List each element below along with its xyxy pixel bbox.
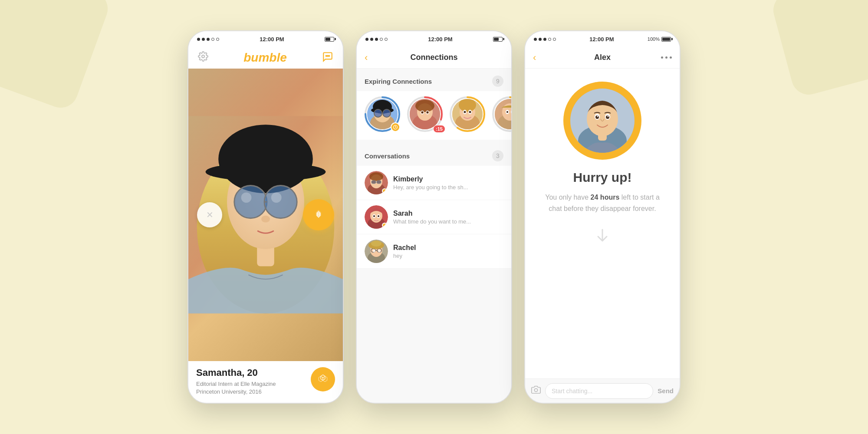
phone-chat: 12:00 PM 100% ‹ Alex bbox=[524, 30, 681, 404]
online-indicator-sarah bbox=[382, 223, 387, 228]
svg-point-14 bbox=[271, 192, 282, 203]
expiring-avatar-1[interactable] bbox=[364, 95, 401, 133]
settings-icon[interactable] bbox=[198, 51, 208, 64]
signal-dot-1 bbox=[197, 38, 200, 41]
phones-container: 12:00 PM bumble bbox=[187, 30, 681, 404]
svg-point-98 bbox=[608, 116, 609, 117]
expiring-avatar-2[interactable]: :15 bbox=[406, 95, 444, 133]
dislike-button[interactable]: ✕ bbox=[197, 202, 222, 227]
bee-badge[interactable] bbox=[311, 367, 335, 391]
svg-point-1 bbox=[326, 56, 327, 56]
expiring-section-header: Expiring Connections 9 bbox=[357, 69, 511, 91]
back-button-3[interactable]: ‹ bbox=[533, 52, 536, 63]
rachel-name: Rachel bbox=[393, 244, 503, 252]
svg-point-24 bbox=[322, 377, 323, 378]
hurry-description: You only have 24 hours left to start a c… bbox=[542, 192, 663, 214]
connections-content: Expiring Connections 9 bbox=[357, 69, 511, 403]
svg-point-15 bbox=[261, 216, 270, 223]
chat-input-field[interactable]: Start chatting... bbox=[545, 383, 653, 399]
timer-icon-1 bbox=[391, 122, 400, 132]
svg-point-10 bbox=[234, 186, 267, 218]
connections-title: Connections bbox=[410, 53, 457, 62]
chat-placeholder: Start chatting... bbox=[552, 388, 592, 395]
svg-point-45 bbox=[427, 112, 429, 114]
svg-point-3 bbox=[329, 56, 329, 56]
conversations-header: Conversations 3 bbox=[357, 143, 511, 166]
expiring-label: Expiring Connections bbox=[365, 78, 432, 85]
match-avatar bbox=[570, 89, 635, 153]
conversation-sarah[interactable]: Sarah What time do you want to me... bbox=[357, 200, 511, 234]
phone1-navbar: bumble bbox=[188, 47, 343, 69]
hurry-desc-prefix: You only have bbox=[545, 194, 590, 201]
svg-point-88 bbox=[378, 250, 381, 253]
more-options-button[interactable] bbox=[661, 56, 672, 59]
send-button[interactable]: Send bbox=[658, 387, 674, 395]
svg-point-11 bbox=[264, 186, 297, 218]
phone-profile: 12:00 PM bumble bbox=[187, 30, 344, 404]
camera-icon[interactable] bbox=[531, 385, 541, 397]
status-bar-1: 12:00 PM bbox=[188, 31, 343, 47]
signal-dot-2 bbox=[202, 38, 205, 41]
svg-point-19 bbox=[317, 213, 320, 216]
hurry-title: Hurry up! bbox=[573, 170, 632, 185]
svg-rect-70 bbox=[377, 181, 381, 184]
connections-navbar: ‹ Connections bbox=[357, 47, 511, 69]
battery-icon-3 bbox=[661, 37, 671, 42]
svg-point-9 bbox=[206, 162, 326, 181]
svg-rect-69 bbox=[372, 181, 376, 184]
status-bar-3: 12:00 PM 100% bbox=[525, 31, 680, 47]
back-button-2[interactable]: ‹ bbox=[365, 52, 368, 63]
signal-dot-5 bbox=[216, 38, 219, 41]
battery-icon-2 bbox=[493, 37, 503, 42]
conversations-count: 3 bbox=[492, 150, 503, 161]
kimberly-name: Kimberly bbox=[393, 175, 503, 183]
sarah-preview: What time do you want to me... bbox=[393, 218, 503, 225]
svg-point-87 bbox=[373, 250, 375, 253]
conversation-rachel[interactable]: Rachel hey bbox=[357, 234, 511, 269]
battery-percent-3: 100% bbox=[648, 36, 660, 42]
svg-point-13 bbox=[241, 192, 252, 203]
profile-image-area: ✕ bbox=[188, 69, 343, 361]
svg-point-63 bbox=[506, 111, 508, 113]
svg-point-77 bbox=[373, 215, 375, 217]
honeycomb-icon bbox=[316, 372, 330, 386]
online-indicator-kimberly bbox=[382, 188, 387, 194]
signal-indicator-2 bbox=[365, 38, 388, 41]
chat-navbar: ‹ Alex bbox=[525, 47, 680, 69]
rachel-preview: hey bbox=[393, 253, 503, 259]
status-time-1: 12:00 PM bbox=[260, 36, 284, 43]
svg-point-68 bbox=[369, 172, 383, 181]
match-avatar-ring bbox=[563, 82, 641, 160]
phone-connections: 12:00 PM ‹ Connections Expiring Connecti… bbox=[356, 30, 512, 404]
expiring-count: 9 bbox=[492, 76, 503, 87]
svg-point-2 bbox=[327, 56, 328, 56]
svg-point-86 bbox=[371, 240, 381, 247]
bg-decoration-tr bbox=[769, 0, 868, 99]
profile-name: Samantha, 20 bbox=[196, 367, 276, 378]
app-title: bumble bbox=[243, 51, 287, 65]
messages-icon[interactable] bbox=[322, 51, 333, 64]
kimberly-avatar bbox=[365, 171, 388, 194]
expiring-avatar-4[interactable] bbox=[491, 95, 511, 133]
sarah-avatar bbox=[365, 205, 388, 229]
like-button[interactable] bbox=[303, 199, 334, 230]
conversations-section: Conversations 3 bbox=[357, 143, 511, 269]
status-bar-2: 12:00 PM bbox=[357, 31, 511, 47]
svg-point-55 bbox=[469, 111, 471, 113]
signal-indicator-3 bbox=[534, 38, 556, 41]
conversation-kimberly[interactable]: Kimberly Hey, are you going to the sh... bbox=[357, 166, 511, 200]
profile-detail: Editorial Intern at Elle Magazine Prince… bbox=[196, 380, 276, 396]
bee-icon bbox=[311, 207, 326, 223]
profile-info: Samantha, 20 Editorial Intern at Elle Ma… bbox=[188, 361, 343, 403]
battery-area-3: 100% bbox=[648, 36, 671, 42]
signal-dot-3 bbox=[207, 38, 210, 41]
battery-icon-1 bbox=[325, 37, 334, 42]
hurry-hours: 24 hours bbox=[591, 194, 620, 201]
svg-point-8 bbox=[218, 125, 313, 193]
svg-point-33 bbox=[383, 109, 391, 117]
rachel-avatar bbox=[365, 240, 388, 263]
timer-badge-2: :15 bbox=[433, 125, 445, 133]
svg-point-0 bbox=[202, 55, 204, 58]
expiring-avatar-3[interactable] bbox=[449, 95, 486, 133]
svg-point-54 bbox=[464, 111, 466, 113]
